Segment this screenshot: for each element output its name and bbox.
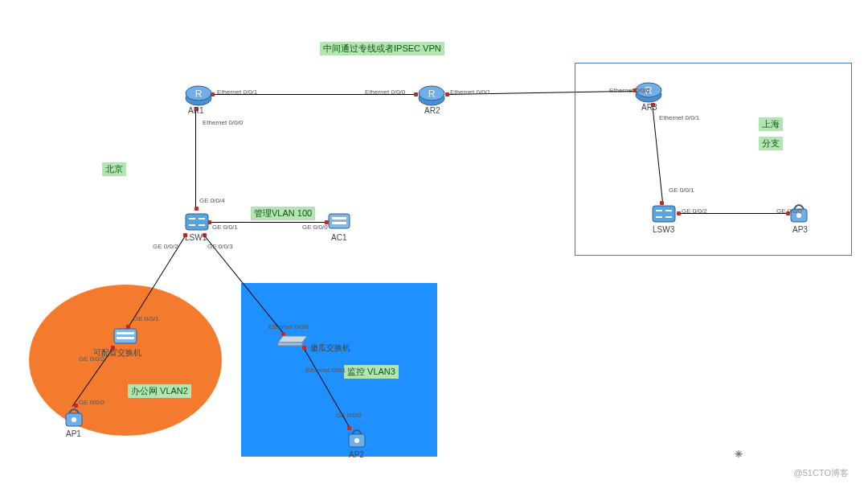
svg-point-20 — [354, 438, 359, 443]
label-dumbsw: 傻瓜交换机 — [310, 342, 350, 354]
svg-point-18 — [72, 417, 76, 422]
link-ar1-lsw1 — [195, 107, 196, 210]
wechat-text: 网络之路博客 — [752, 443, 849, 465]
label-ac1: AC1 — [331, 233, 346, 242]
port-ar3-e001: Ethernet 0/0/1 — [659, 114, 699, 121]
port-lsw1-g002: GE 0/0/2 — [153, 243, 178, 250]
router-ar1[interactable]: R — [185, 82, 209, 106]
port-lsw3-g001: GE 0/0/1 — [669, 187, 694, 194]
port-lsw1-g003: GE 0/0/3 — [207, 243, 233, 250]
mgmt-vlan-tag: 管理VLAN 100 — [251, 207, 315, 220]
port-dumb-e001: Ethernet 0/0/1 — [305, 367, 346, 374]
svg-rect-16 — [278, 342, 302, 346]
title-tag: 中间通过专线或者IPSEC VPN — [320, 42, 444, 55]
label-lsw1: LSW1 — [185, 233, 207, 242]
switch-lsw3[interactable] — [651, 201, 675, 225]
label-ar1: AR1 — [188, 106, 203, 115]
label-ar3: AR3 — [641, 103, 657, 112]
svg-text:R: R — [428, 88, 436, 100]
office-vlan-tag: 办公网 VLAN2 — [128, 384, 191, 398]
svg-rect-13 — [114, 329, 137, 343]
label-lsw3: LSW3 — [653, 225, 674, 234]
port-ar1-e000: Ethernet 0/0/0 — [203, 119, 243, 126]
svg-rect-14 — [117, 332, 134, 334]
monitor-vlan-tag: 监控 VLAN3 — [344, 365, 399, 379]
svg-rect-12 — [332, 222, 346, 224]
port-ap1-g000: GE 0/0/0 — [79, 399, 104, 406]
beijing-tag: 北京 — [102, 162, 126, 176]
router-ar2[interactable]: R — [418, 82, 442, 106]
svg-rect-11 — [332, 217, 346, 219]
label-ar2: AR2 — [424, 106, 440, 115]
svg-rect-9 — [186, 214, 208, 230]
office-zone — [29, 285, 222, 436]
svg-rect-15 — [117, 337, 134, 339]
port-ar2-e001r: Ethernet 0/0/1 — [450, 88, 490, 96]
port-ar1-e001: Ethernet 0/0/1 — [217, 88, 257, 96]
label-ap3: AP3 — [792, 225, 808, 234]
config-switch[interactable] — [113, 326, 137, 350]
dumb-switch[interactable] — [276, 333, 301, 357]
port-lsw1-g001: GE 0/0/1 — [212, 224, 238, 231]
ap-ap1[interactable] — [63, 405, 87, 429]
attribution-text: @51CTO博客 — [794, 467, 849, 479]
port-ar3-e000: Ethernet 0/0/0 — [609, 87, 649, 94]
port-cfg-g001: GE 0/0/1 — [133, 315, 159, 322]
ap-ap2[interactable] — [346, 426, 370, 450]
port-lsw1-g004: GE 0/0/4 — [199, 197, 225, 204]
svg-rect-21 — [653, 206, 675, 222]
port-ar2-e000l: Ethernet 0/0/0 — [365, 88, 405, 96]
port-ac1-g000: GE 0/0/0 — [302, 224, 328, 231]
wechat-watermark: ✳ 网络之路博客 — [730, 443, 849, 465]
topology-canvas: 中间通过专线或者IPSEC VPN 北京 管理VLAN 100 上海 分支 办公… — [0, 0, 868, 484]
port-ap2-g000: GE 0/0/0 — [336, 412, 362, 419]
switch-lsw1[interactable] — [184, 209, 208, 233]
branch-tag: 分支 — [759, 137, 783, 150]
port-dumb-e000: Ethernet 0/0/0 — [268, 323, 309, 330]
ac-ac1[interactable] — [327, 209, 351, 233]
port-ap3-g000: GE 0/0/0 — [776, 207, 802, 215]
port-cfg-g002: GE 0/0/2 — [79, 355, 104, 363]
port-lsw3-g002: GE 0/0/2 — [682, 207, 707, 215]
link-lsw1-ac1 — [208, 222, 327, 223]
shanghai-tag: 上海 — [759, 117, 783, 131]
svg-rect-10 — [329, 214, 350, 228]
label-ap1: AP1 — [66, 429, 81, 438]
svg-text:R: R — [195, 88, 203, 100]
wechat-icon: ✳ — [730, 445, 747, 463]
label-ap2: AP2 — [349, 450, 364, 459]
